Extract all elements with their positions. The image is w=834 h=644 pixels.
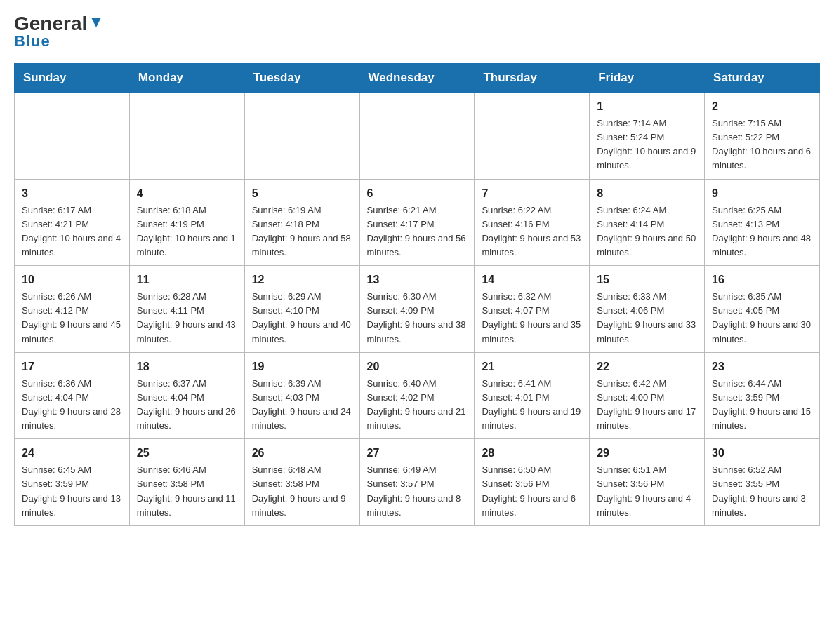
calendar-cell: 9Sunrise: 6:25 AM Sunset: 4:13 PM Daylig… — [705, 179, 820, 266]
day-number: 28 — [482, 445, 582, 462]
weekday-header-tuesday: Tuesday — [244, 64, 359, 93]
day-number: 14 — [482, 271, 582, 288]
day-number: 8 — [597, 185, 697, 202]
calendar-week-row: 24Sunrise: 6:45 AM Sunset: 3:59 PM Dayli… — [15, 439, 820, 526]
calendar-week-row: 10Sunrise: 6:26 AM Sunset: 4:12 PM Dayli… — [15, 266, 820, 353]
calendar-cell: 6Sunrise: 6:21 AM Sunset: 4:17 PM Daylig… — [359, 179, 475, 266]
calendar-cell: 19Sunrise: 6:39 AM Sunset: 4:03 PM Dayli… — [244, 352, 359, 439]
calendar-cell: 21Sunrise: 6:41 AM Sunset: 4:01 PM Dayli… — [475, 352, 590, 439]
day-info: Sunrise: 6:26 AM Sunset: 4:12 PM Dayligh… — [22, 290, 122, 347]
calendar-cell: 24Sunrise: 6:45 AM Sunset: 3:59 PM Dayli… — [15, 439, 130, 526]
calendar-cell: 18Sunrise: 6:37 AM Sunset: 4:04 PM Dayli… — [129, 352, 244, 439]
calendar-cell: 28Sunrise: 6:50 AM Sunset: 3:56 PM Dayli… — [475, 439, 590, 526]
calendar-cell: 14Sunrise: 6:32 AM Sunset: 4:07 PM Dayli… — [475, 266, 590, 353]
calendar-cell: 26Sunrise: 6:48 AM Sunset: 3:58 PM Dayli… — [244, 439, 359, 526]
day-number: 22 — [597, 358, 697, 375]
day-number: 29 — [597, 445, 697, 462]
day-info: Sunrise: 6:36 AM Sunset: 4:04 PM Dayligh… — [22, 377, 122, 434]
day-info: Sunrise: 6:17 AM Sunset: 4:21 PM Dayligh… — [22, 203, 122, 260]
day-info: Sunrise: 6:52 AM Sunset: 3:55 PM Dayligh… — [712, 463, 812, 520]
day-info: Sunrise: 6:28 AM Sunset: 4:11 PM Dayligh… — [137, 290, 237, 347]
calendar-cell: 8Sunrise: 6:24 AM Sunset: 4:14 PM Daylig… — [590, 179, 705, 266]
day-number: 17 — [22, 358, 122, 375]
day-info: Sunrise: 6:25 AM Sunset: 4:13 PM Dayligh… — [712, 203, 812, 260]
day-number: 18 — [137, 358, 237, 375]
day-number: 2 — [712, 98, 812, 115]
day-info: Sunrise: 6:24 AM Sunset: 4:14 PM Dayligh… — [597, 203, 697, 260]
day-number: 26 — [252, 445, 352, 462]
day-number: 13 — [367, 271, 468, 288]
day-info: Sunrise: 6:45 AM Sunset: 3:59 PM Dayligh… — [22, 463, 122, 520]
logo: General Blue — [14, 14, 104, 51]
calendar-week-row: 3Sunrise: 6:17 AM Sunset: 4:21 PM Daylig… — [15, 179, 820, 266]
day-info: Sunrise: 6:49 AM Sunset: 3:57 PM Dayligh… — [367, 463, 468, 520]
weekday-header-monday: Monday — [129, 64, 244, 93]
calendar-cell — [475, 93, 590, 180]
calendar-cell: 10Sunrise: 6:26 AM Sunset: 4:12 PM Dayli… — [15, 266, 130, 353]
calendar-cell: 15Sunrise: 6:33 AM Sunset: 4:06 PM Dayli… — [590, 266, 705, 353]
day-info: Sunrise: 6:51 AM Sunset: 3:56 PM Dayligh… — [597, 463, 697, 520]
day-number: 12 — [252, 271, 352, 288]
calendar-cell: 7Sunrise: 6:22 AM Sunset: 4:16 PM Daylig… — [475, 179, 590, 266]
calendar-cell — [244, 93, 359, 180]
logo-general: General — [14, 14, 87, 34]
day-info: Sunrise: 7:14 AM Sunset: 5:24 PM Dayligh… — [597, 116, 697, 173]
day-info: Sunrise: 6:39 AM Sunset: 4:03 PM Dayligh… — [252, 377, 352, 434]
calendar-cell: 23Sunrise: 6:44 AM Sunset: 3:59 PM Dayli… — [705, 352, 820, 439]
day-info: Sunrise: 6:21 AM Sunset: 4:17 PM Dayligh… — [367, 203, 468, 260]
day-info: Sunrise: 6:42 AM Sunset: 4:00 PM Dayligh… — [597, 377, 697, 434]
day-info: Sunrise: 6:35 AM Sunset: 4:05 PM Dayligh… — [712, 290, 812, 347]
calendar-cell: 13Sunrise: 6:30 AM Sunset: 4:09 PM Dayli… — [359, 266, 475, 353]
day-info: Sunrise: 6:18 AM Sunset: 4:19 PM Dayligh… — [137, 203, 237, 260]
day-info: Sunrise: 6:29 AM Sunset: 4:10 PM Dayligh… — [252, 290, 352, 347]
weekday-header-sunday: Sunday — [15, 64, 130, 93]
day-info: Sunrise: 6:32 AM Sunset: 4:07 PM Dayligh… — [482, 290, 582, 347]
calendar-cell: 22Sunrise: 6:42 AM Sunset: 4:00 PM Dayli… — [590, 352, 705, 439]
day-info: Sunrise: 7:15 AM Sunset: 5:22 PM Dayligh… — [712, 116, 812, 173]
calendar-cell: 27Sunrise: 6:49 AM Sunset: 3:57 PM Dayli… — [359, 439, 475, 526]
weekday-header-saturday: Saturday — [705, 64, 820, 93]
day-info: Sunrise: 6:33 AM Sunset: 4:06 PM Dayligh… — [597, 290, 697, 347]
day-info: Sunrise: 6:41 AM Sunset: 4:01 PM Dayligh… — [482, 377, 582, 434]
day-info: Sunrise: 6:48 AM Sunset: 3:58 PM Dayligh… — [252, 463, 352, 520]
calendar-week-row: 17Sunrise: 6:36 AM Sunset: 4:04 PM Dayli… — [15, 352, 820, 439]
logo-blue: Blue — [14, 32, 51, 51]
day-info: Sunrise: 6:19 AM Sunset: 4:18 PM Dayligh… — [252, 203, 352, 260]
day-number: 4 — [137, 185, 237, 202]
day-number: 7 — [482, 185, 582, 202]
calendar-cell: 5Sunrise: 6:19 AM Sunset: 4:18 PM Daylig… — [244, 179, 359, 266]
calendar-cell: 4Sunrise: 6:18 AM Sunset: 4:19 PM Daylig… — [129, 179, 244, 266]
day-info: Sunrise: 6:50 AM Sunset: 3:56 PM Dayligh… — [482, 463, 582, 520]
calendar-cell — [15, 93, 130, 180]
calendar-cell: 3Sunrise: 6:17 AM Sunset: 4:21 PM Daylig… — [15, 179, 130, 266]
logo-triangle-icon — [88, 15, 104, 30]
day-info: Sunrise: 6:40 AM Sunset: 4:02 PM Dayligh… — [367, 377, 468, 434]
calendar-cell: 11Sunrise: 6:28 AM Sunset: 4:11 PM Dayli… — [129, 266, 244, 353]
calendar-header-row: SundayMondayTuesdayWednesdayThursdayFrid… — [15, 64, 820, 93]
day-number: 27 — [367, 445, 468, 462]
calendar-cell: 29Sunrise: 6:51 AM Sunset: 3:56 PM Dayli… — [590, 439, 705, 526]
day-number: 24 — [22, 445, 122, 462]
svg-marker-0 — [91, 18, 101, 27]
day-number: 15 — [597, 271, 697, 288]
day-number: 20 — [367, 358, 468, 375]
day-number: 19 — [252, 358, 352, 375]
day-info: Sunrise: 6:46 AM Sunset: 3:58 PM Dayligh… — [137, 463, 237, 520]
weekday-header-friday: Friday — [590, 64, 705, 93]
day-info: Sunrise: 6:37 AM Sunset: 4:04 PM Dayligh… — [137, 377, 237, 434]
day-info: Sunrise: 6:30 AM Sunset: 4:09 PM Dayligh… — [367, 290, 468, 347]
calendar-cell: 1Sunrise: 7:14 AM Sunset: 5:24 PM Daylig… — [590, 93, 705, 180]
calendar-cell: 20Sunrise: 6:40 AM Sunset: 4:02 PM Dayli… — [359, 352, 475, 439]
day-number: 23 — [712, 358, 812, 375]
day-number: 1 — [597, 98, 697, 115]
day-number: 30 — [712, 445, 812, 462]
day-number: 11 — [137, 271, 237, 288]
calendar-table: SundayMondayTuesdayWednesdayThursdayFrid… — [14, 63, 820, 526]
day-number: 10 — [22, 271, 122, 288]
calendar-cell: 25Sunrise: 6:46 AM Sunset: 3:58 PM Dayli… — [129, 439, 244, 526]
day-info: Sunrise: 6:22 AM Sunset: 4:16 PM Dayligh… — [482, 203, 582, 260]
calendar-cell: 30Sunrise: 6:52 AM Sunset: 3:55 PM Dayli… — [705, 439, 820, 526]
day-number: 25 — [137, 445, 237, 462]
day-number: 16 — [712, 271, 812, 288]
day-number: 3 — [22, 185, 122, 202]
